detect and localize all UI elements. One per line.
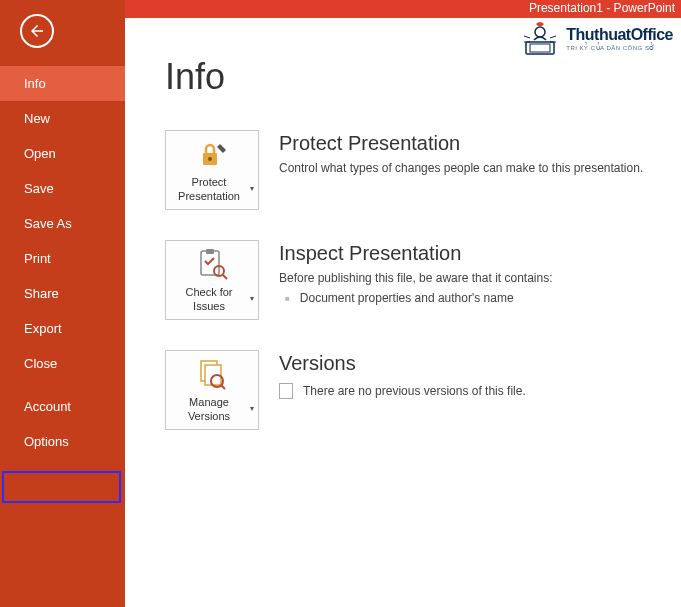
svg-line-12	[223, 275, 227, 279]
sidebar-item-saveas[interactable]: Save As	[0, 206, 125, 241]
tile-label: Check for Issues	[170, 285, 248, 314]
manage-versions-button[interactable]: Manage Versions ▾	[165, 350, 259, 430]
section-title: Inspect Presentation	[279, 242, 681, 265]
svg-rect-10	[206, 249, 214, 254]
chevron-down-icon: ▾	[250, 404, 254, 414]
section-title: Versions	[279, 352, 681, 375]
sidebar-item-share[interactable]: Share	[0, 276, 125, 311]
svg-line-3	[524, 36, 530, 38]
back-button[interactable]	[20, 14, 54, 48]
options-highlight	[2, 471, 121, 503]
watermark-title: ThuthuatOffice	[566, 26, 673, 44]
watermark-sub: TRI KỶ CỦA DÂN CÔNG SỞ	[566, 44, 673, 51]
sidebar-item-close[interactable]: Close	[0, 346, 125, 381]
versions-icon	[195, 357, 229, 391]
chevron-down-icon: ▾	[250, 184, 254, 194]
document-icon	[279, 383, 293, 399]
version-row: There are no previous versions of this f…	[279, 383, 681, 399]
content: Info Protect Presentation ▾ Protect Pres…	[125, 18, 681, 607]
bullet-item: Document properties and author's name	[285, 291, 681, 305]
inspect-icon	[195, 247, 229, 281]
svg-line-16	[221, 385, 225, 389]
sidebar-item-open[interactable]: Open	[0, 136, 125, 171]
svg-rect-1	[530, 44, 550, 52]
sidebar-item-save[interactable]: Save	[0, 171, 125, 206]
sidebar-item-account[interactable]: Account	[0, 389, 125, 424]
sidebar-item-options[interactable]: Options	[0, 424, 125, 459]
sidebar-item-print[interactable]: Print	[0, 241, 125, 276]
section-inspect: Check for Issues ▾ Inspect Presentation …	[165, 240, 681, 320]
watermark: ThuthuatOffice TRI KỶ CỦA DÂN CÔNG SỞ	[520, 18, 673, 58]
lock-icon	[195, 137, 229, 171]
svg-line-5	[550, 36, 556, 38]
page-title: Info	[165, 56, 681, 98]
section-title: Protect Presentation	[279, 132, 681, 155]
sidebar: Info New Open Save Save As Print Share E…	[0, 0, 125, 607]
section-desc: Control what types of changes people can…	[279, 161, 681, 175]
sidebar-item-export[interactable]: Export	[0, 311, 125, 346]
titlebar: Presentation1 - PowerPoint	[125, 0, 681, 18]
sidebar-item-new[interactable]: New	[0, 101, 125, 136]
watermark-icon	[520, 18, 560, 58]
section-desc: Before publishing this file, be aware th…	[279, 271, 681, 285]
section-protect: Protect Presentation ▾ Protect Presentat…	[165, 130, 681, 210]
svg-point-2	[535, 27, 545, 37]
chevron-down-icon: ▾	[250, 294, 254, 304]
sidebar-item-info[interactable]: Info	[0, 66, 125, 101]
protect-presentation-button[interactable]: Protect Presentation ▾	[165, 130, 259, 210]
titlebar-text: Presentation1 - PowerPoint	[529, 1, 675, 15]
svg-point-8	[208, 157, 212, 161]
back-arrow-icon	[28, 22, 46, 40]
tile-label: Protect Presentation	[170, 175, 248, 204]
section-versions: Manage Versions ▾ Versions There are no …	[165, 350, 681, 430]
tile-label: Manage Versions	[170, 395, 248, 424]
check-for-issues-button[interactable]: Check for Issues ▾	[165, 240, 259, 320]
